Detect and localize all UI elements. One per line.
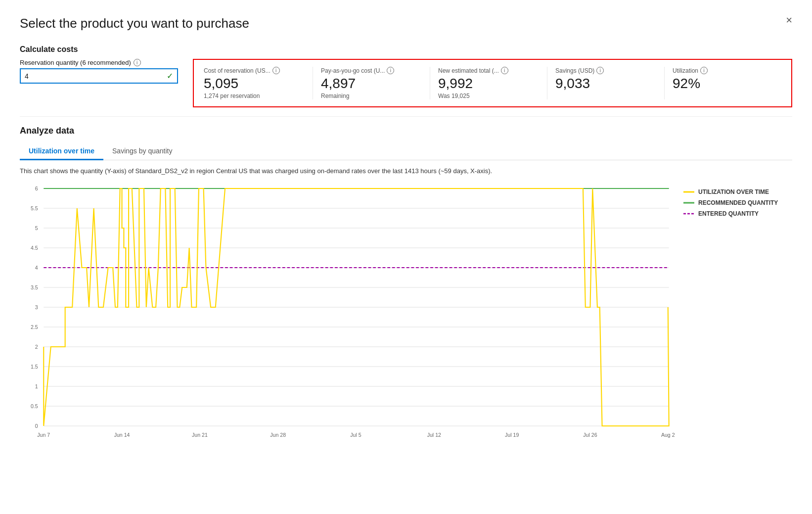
svg-text:6: 6: [35, 186, 38, 191]
svg-text:Jun 14: Jun 14: [114, 432, 130, 438]
svg-text:2.5: 2.5: [31, 324, 38, 330]
svg-text:Jun 7: Jun 7: [37, 432, 50, 438]
chart-wrapper: 0 0.5 1 1.5 2 2.5 3: [20, 184, 678, 441]
analyze-section: Analyze data Utilization over time Savin…: [20, 126, 792, 441]
svg-text:3: 3: [35, 304, 38, 310]
svg-text:Jul 26: Jul 26: [583, 432, 597, 438]
tab-savings[interactable]: Savings by quantity: [103, 143, 181, 160]
metric-value-2: 9,992: [438, 76, 539, 92]
svg-text:2: 2: [35, 344, 38, 350]
legend-recommended-label: RECOMMENDED QUANTITY: [698, 199, 778, 206]
metric-title-2: New estimated total (... i: [438, 67, 539, 74]
qty-input-wrapper: ✓: [20, 68, 178, 84]
svg-text:0.5: 0.5: [31, 403, 38, 409]
metric-title-4: Utilization i: [673, 67, 773, 74]
metric-item-4: Utilization i 92%: [665, 67, 781, 99]
calculate-label: Calculate costs: [20, 45, 792, 54]
svg-text:4: 4: [35, 265, 38, 271]
metric-item-3: Savings (USD) i 9,033: [547, 67, 665, 99]
svg-text:3.5: 3.5: [31, 284, 38, 290]
metrics-box: Cost of reservation (US... i 5,095 1,274…: [193, 59, 792, 107]
svg-text:Aug 2: Aug 2: [661, 432, 675, 438]
metric-value-4: 92%: [673, 76, 773, 92]
svg-text:Jul 19: Jul 19: [505, 432, 519, 438]
svg-text:1.5: 1.5: [31, 364, 38, 370]
legend-recommended: RECOMMENDED QUANTITY: [683, 199, 792, 206]
metric-sub-0: 1,274 per reservation: [204, 93, 305, 99]
metric-value-0: 5,095: [204, 76, 305, 92]
metric-title-0: Cost of reservation (US... i: [204, 67, 305, 74]
chart-legend: UTILIZATION OVER TIME RECOMMENDED QUANTI…: [683, 184, 792, 441]
page-title: Select the product you want to purchase: [20, 16, 792, 31]
svg-text:0: 0: [35, 423, 38, 429]
legend-utilization-label: UTILIZATION OVER TIME: [698, 188, 769, 195]
metric-info-icon-2[interactable]: i: [501, 67, 508, 74]
svg-text:Jun 28: Jun 28: [270, 432, 286, 438]
quantity-input[interactable]: [25, 72, 167, 80]
metric-value-1: 4,897: [321, 76, 422, 92]
input-info-icon[interactable]: i: [134, 59, 141, 66]
svg-text:5: 5: [35, 225, 38, 231]
metric-item-2: New estimated total (... i 9,992 Was 19,…: [430, 67, 547, 99]
metric-info-icon-4[interactable]: i: [700, 67, 708, 74]
calculate-section: Calculate costs Reservation quantity (6 …: [20, 45, 792, 107]
metric-info-icon-1[interactable]: i: [387, 67, 394, 74]
chart-area: 0 0.5 1 1.5 2 2.5 3: [20, 184, 792, 441]
svg-text:Jul 5: Jul 5: [350, 432, 361, 438]
metric-value-3: 9,033: [555, 76, 656, 92]
legend-entered-label: ENTERED QUANTITY: [698, 210, 759, 217]
input-label: Reservation quantity (6 recommended) i: [20, 59, 178, 66]
metric-title-1: Pay-as-you-go cost (U... i: [321, 67, 422, 74]
check-icon: ✓: [167, 71, 173, 81]
tab-utilization[interactable]: Utilization over time: [20, 143, 103, 160]
chart-description: This chart shows the quantity (Y-axis) o…: [20, 167, 792, 175]
metric-info-icon-3[interactable]: i: [596, 67, 604, 74]
metric-sub-2: Was 19,025: [438, 93, 539, 99]
svg-text:1: 1: [35, 383, 38, 389]
tabs: Utilization over time Savings by quantit…: [20, 143, 792, 160]
svg-text:5.5: 5.5: [31, 205, 38, 211]
legend-utilization: UTILIZATION OVER TIME: [683, 188, 792, 195]
metric-item-0: Cost of reservation (US... i 5,095 1,274…: [204, 67, 313, 99]
svg-text:Jun 21: Jun 21: [192, 432, 208, 438]
input-group: Reservation quantity (6 recommended) i ✓: [20, 59, 178, 84]
metric-item-1: Pay-as-you-go cost (U... i 4,897 Remaini…: [313, 67, 430, 99]
legend-entered: ENTERED QUANTITY: [683, 210, 792, 217]
calculate-row: Reservation quantity (6 recommended) i ✓…: [20, 59, 792, 107]
close-button[interactable]: ×: [786, 14, 792, 27]
analyze-title: Analyze data: [20, 126, 792, 136]
metric-title-3: Savings (USD) i: [555, 67, 656, 74]
svg-text:Jul 12: Jul 12: [427, 432, 441, 438]
divider: [20, 116, 792, 117]
utilization-chart: 0 0.5 1 1.5 2 2.5 3: [20, 184, 678, 441]
metric-info-icon-0[interactable]: i: [272, 67, 280, 74]
metric-sub-1: Remaining: [321, 93, 422, 99]
svg-text:4.5: 4.5: [31, 245, 38, 251]
